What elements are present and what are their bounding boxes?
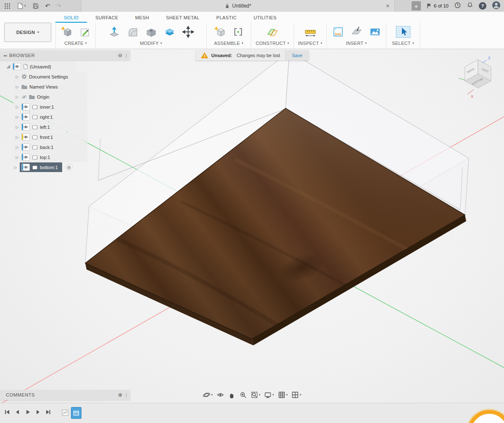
visibility-toggle[interactable] [21, 123, 30, 131]
file-menu-button[interactable]: ▾ [17, 3, 26, 9]
add-comment-icon[interactable]: ⊕ [118, 392, 122, 398]
save-link[interactable]: Save [285, 50, 309, 60]
look-at-tool[interactable] [216, 391, 224, 399]
visibility-toggle[interactable] [13, 63, 21, 70]
thicken-icon[interactable] [163, 26, 176, 38]
tab-plastic[interactable]: PLASTIC [208, 13, 245, 23]
timeline-feature-selected[interactable] [71, 407, 81, 419]
tab-surface[interactable]: SURFACE [87, 13, 127, 23]
expand-icon[interactable]: ▷ [15, 125, 19, 129]
job-status-icon[interactable] [454, 2, 461, 10]
version-indicator[interactable]: 6 of 10 [426, 3, 449, 9]
shell-icon[interactable] [145, 26, 158, 38]
group-create-label[interactable]: CREATE▾ [64, 41, 87, 46]
comments-panel-header[interactable]: COMMENTS ⊕ | [0, 390, 130, 400]
tree-row-back[interactable]: ▷ back:1 [13, 142, 87, 152]
expand-icon[interactable]: ▷ [15, 85, 19, 89]
tree-row-document-settings[interactable]: ▷ Document Settings [13, 72, 87, 81]
visibility-toggle[interactable] [21, 154, 30, 161]
create-solid-icon[interactable] [60, 26, 73, 38]
timeline-feature-sketch[interactable] [61, 408, 69, 419]
tree-row-inner[interactable]: ▷ inner:1 [13, 102, 87, 112]
save-button[interactable] [32, 3, 39, 9]
minimize-panel-icon[interactable]: ⊖ [118, 52, 122, 58]
insert-image-icon[interactable] [369, 26, 381, 38]
eye-off-icon[interactable] [21, 95, 27, 99]
help-icon[interactable]: ? [479, 2, 486, 10]
selected-row-highlight[interactable]: bottom:1 [20, 162, 62, 172]
chevron-down-icon[interactable]: ▾ [211, 393, 213, 397]
joint-icon[interactable] [232, 26, 244, 38]
visibility-toggle[interactable] [21, 144, 30, 151]
insert-svg-icon[interactable]: SVG [332, 26, 344, 38]
panel-drag-handle[interactable]: | [126, 392, 127, 397]
move-icon[interactable] [182, 26, 194, 38]
new-tab-button[interactable]: + [412, 1, 421, 10]
tab-solid[interactable]: SOLID [55, 13, 87, 23]
expand-icon[interactable]: ▷ [15, 155, 19, 159]
fillet-icon[interactable] [126, 26, 139, 38]
group-modify-label[interactable]: MODIFY▾ [140, 41, 162, 46]
app-grid-icon[interactable] [4, 3, 10, 9]
group-insert-label[interactable]: INSERT▾ [346, 41, 367, 46]
browser-panel-header[interactable]: ◂◂ BROWSER ⊖ | [0, 50, 130, 60]
document-tab[interactable]: Untitled* × [81, 0, 395, 12]
new-component-icon[interactable] [213, 26, 226, 38]
create-sketch-icon[interactable] [79, 26, 91, 38]
tab-utilities[interactable]: UTILITIES [245, 13, 285, 23]
tree-row-named-views[interactable]: ▷ Named Views [13, 82, 87, 91]
timeline-skip-start-button[interactable] [4, 409, 10, 415]
design-menu-button[interactable]: DESIGN ▾ [4, 23, 51, 42]
press-pull-icon[interactable] [108, 26, 121, 38]
visibility-toggle[interactable] [21, 164, 30, 171]
expand-icon[interactable]: ▷ [15, 145, 19, 149]
fit-tool[interactable]: ▾ [250, 391, 260, 399]
visibility-toggle[interactable] [21, 103, 30, 110]
view-cube[interactable]: BACK LEFT BOTTOM X Z [457, 54, 503, 102]
panel-drag-handle[interactable]: | [126, 53, 127, 58]
close-icon[interactable]: × [384, 3, 391, 9]
pan-tool[interactable] [228, 391, 235, 399]
chevron-down-icon[interactable]: ▾ [273, 393, 274, 397]
redo-button[interactable]: ↷ [56, 3, 61, 9]
activate-radio-icon[interactable]: ◎ [66, 164, 73, 171]
tab-sheet-metal[interactable]: SHEET METAL [158, 13, 208, 23]
tab-mesh[interactable]: MESH [127, 13, 158, 23]
group-construct-label[interactable]: CONSTRUCT▾ [256, 41, 289, 46]
tree-row-origin[interactable]: ▷ Origin [13, 92, 87, 102]
zoom-tool[interactable] [239, 391, 247, 399]
insert-decal-icon[interactable] [350, 26, 363, 38]
undo-button[interactable]: ↶ [45, 3, 50, 9]
expand-icon[interactable]: ▷ [15, 135, 19, 139]
viewports-tool[interactable]: ▾ [291, 391, 302, 399]
visibility-toggle[interactable] [21, 113, 30, 120]
chevron-down-icon[interactable]: ▾ [300, 393, 302, 397]
tree-row-right[interactable]: ▷ right:1 [13, 112, 87, 122]
timeline-play-button[interactable] [25, 409, 31, 415]
collapse-panel-icon[interactable]: ◂◂ [0, 54, 9, 57]
orbit-tool[interactable]: ▾ [203, 391, 213, 399]
expand-icon[interactable]: ▷ [15, 95, 19, 99]
construct-plane-icon[interactable] [266, 26, 279, 38]
notifications-bell-icon[interactable] [467, 2, 473, 10]
measure-icon[interactable] [304, 26, 317, 38]
chevron-down-icon[interactable]: ▾ [286, 393, 288, 397]
timeline-step-back-button[interactable] [15, 409, 21, 415]
group-assemble-label[interactable]: ASSEMBLE▾ [214, 41, 244, 46]
grid-layout-tool[interactable]: ▾ [278, 391, 288, 399]
tree-row-front[interactable]: ▷ front:1 [13, 132, 87, 142]
expand-icon[interactable]: ▷ [13, 165, 18, 170]
visibility-toggle[interactable] [21, 133, 30, 141]
timeline-step-forward-button[interactable] [35, 409, 41, 415]
display-settings-tool[interactable]: ▾ [264, 391, 274, 399]
timeline-skip-end-button[interactable] [45, 409, 51, 415]
group-inspect-label[interactable]: INSPECT▾ [298, 41, 323, 46]
expand-icon[interactable]: ▷ [15, 115, 19, 119]
tree-row-left[interactable]: ▷ left:1 [13, 122, 87, 132]
expand-icon[interactable]: ▷ [15, 105, 19, 109]
tree-row-top[interactable]: ▷ top:1 [13, 152, 87, 162]
tree-row-bottom-selected[interactable]: ▷ bottom:1 ◎ [13, 162, 87, 172]
select-tool-icon[interactable] [395, 26, 411, 38]
chevron-down-icon[interactable]: ▾ [259, 393, 260, 397]
group-select-label[interactable]: SELECT▾ [392, 41, 414, 46]
